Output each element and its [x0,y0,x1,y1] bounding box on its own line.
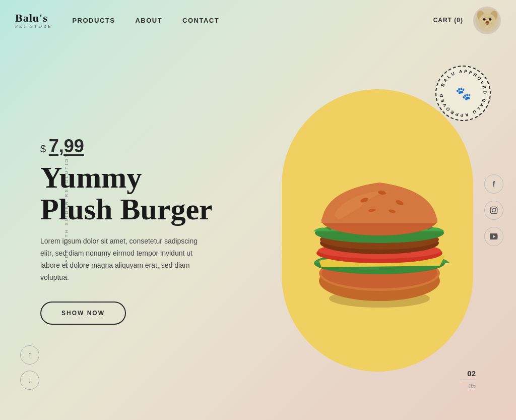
product-image [294,145,465,316]
svg-point-27 [492,208,496,212]
svg-point-28 [495,208,496,208]
price-value: 7,99 [49,136,84,156]
facebook-icon[interactable]: f [484,174,503,194]
brand-name: Balu's [15,12,52,25]
next-slide-button[interactable]: ↓ [20,371,39,390]
price: $ 7,99 [40,136,228,157]
slide-counter: 02 05 [461,369,476,390]
price-symbol: $ [40,143,46,154]
current-slide: 02 [461,369,476,378]
instagram-icon[interactable] [484,201,503,220]
svg-point-8 [485,21,489,24]
social-icons: f [484,174,503,246]
nav-products[interactable]: PRODUCTS [72,17,115,24]
nav-arrows: ↑ ↓ [20,345,39,390]
main-nav: PRODUCTS ABOUT CONTACT [72,17,219,24]
show-now-button[interactable]: SHOW NOW [40,302,126,325]
nav-contact[interactable]: CONTACT [182,17,219,24]
cart-button[interactable]: CART (0) [433,17,463,24]
product-title-line1: Yummy [40,161,142,194]
left-section: $ 7,99 Yummy Plush Burger Lorem ipsum do… [0,115,258,344]
product-title-line2: Plush Burger [40,193,213,226]
right-section: BALU APPROVED BALU APPROVED 🐾 [258,40,516,420]
svg-rect-26 [490,207,497,213]
product-description: Lorem ipsum dolor sit amet, consetetur s… [40,235,212,283]
svg-point-7 [490,19,491,20]
logo[interactable]: Balu's PET STORE [15,12,52,29]
stamp-badge: BALU APPROVED BALU APPROVED 🐾 [435,66,491,121]
svg-point-5 [489,18,491,21]
nav-about[interactable]: ABOUT [135,17,162,24]
product-title: Yummy Plush Burger [40,162,228,225]
youtube-icon[interactable] [484,227,503,246]
total-slides: 05 [461,382,476,390]
slide-divider [461,380,476,380]
header-right: CART (0) [433,7,501,34]
header: Balu's PET STORE PRODUCTS ABOUT CONTACT … [0,0,516,40]
main-content: $ 7,99 Yummy Plush Burger Lorem ipsum do… [0,40,516,420]
svg-point-6 [484,19,485,20]
avatar[interactable] [473,7,501,34]
brand-sub: PET STORE [15,24,52,29]
paw-icon: 🐾 [456,86,472,101]
prev-slide-button[interactable]: ↑ [20,345,39,365]
svg-point-4 [483,18,485,21]
